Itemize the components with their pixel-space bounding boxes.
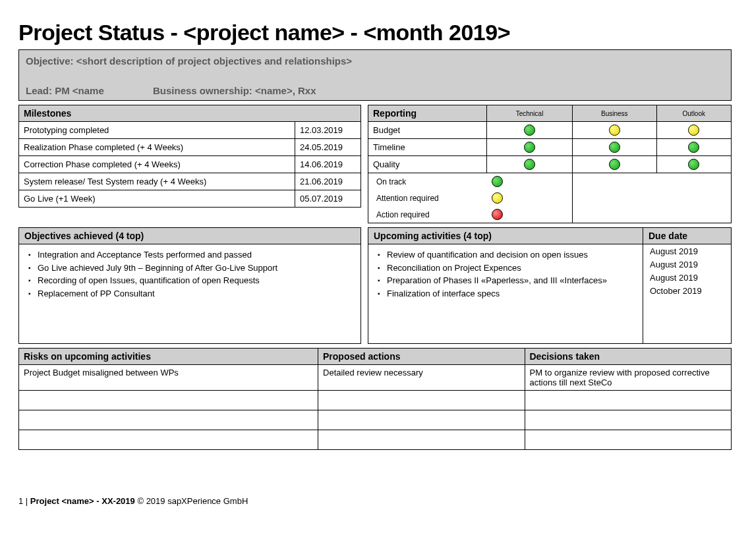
status-dot-icon <box>609 125 620 136</box>
legend-label: Attention required <box>368 190 487 206</box>
reporting-col-outlook: Outlook <box>656 105 731 122</box>
top-info-box: Objective: <short description of project… <box>18 49 732 101</box>
lead-label: Lead: PM <name <box>26 85 104 96</box>
milestone-name: System release/ Test System ready (+ 4 W… <box>19 173 295 190</box>
milestone-date: 24.05.2019 <box>295 139 361 156</box>
milestone-date: 12.03.2019 <box>295 122 361 139</box>
legend-label: Action required <box>368 206 487 223</box>
reporting-row-label: Timeline <box>368 139 487 156</box>
action-cell: Detailed review necessary <box>318 365 525 391</box>
list-item: Finalization of interface specs <box>387 287 636 300</box>
milestone-date: 14.06.2019 <box>295 156 361 173</box>
risks-table: Risks on upcoming activities Proposed ac… <box>18 348 732 450</box>
status-dot-icon <box>524 159 535 170</box>
status-dot-cell <box>487 122 573 139</box>
status-dot-icon <box>688 142 699 153</box>
decision-cell <box>525 410 732 430</box>
reporting-header: Reporting <box>368 105 487 122</box>
status-dot-cell <box>656 139 731 156</box>
legend-blank <box>573 190 732 206</box>
due-date-header: Due date <box>643 228 731 244</box>
risks-header: Risks on upcoming activities <box>19 349 318 365</box>
status-dot-cell <box>656 156 731 173</box>
decisions-taken-header: Decisions taken <box>525 349 732 365</box>
objectives-list: Integration and Acceptance Tests perform… <box>26 248 354 300</box>
status-dot-icon <box>492 176 503 187</box>
due-date-box: Due date August 2019 August 2019 August … <box>643 227 732 344</box>
status-dot-cell <box>656 122 731 139</box>
reporting-row-label: Budget <box>368 122 487 139</box>
risk-cell <box>19 391 318 410</box>
milestones-table: Milestones Prototyping completed12.03.20… <box>18 105 361 208</box>
status-dot-cell <box>573 122 656 139</box>
decision-cell <box>525 391 732 410</box>
status-dot-icon <box>524 142 535 153</box>
decision-cell: PM to organize review with proposed corr… <box>525 365 732 391</box>
legend-dot-cell <box>487 173 573 190</box>
milestones-header: Milestones <box>19 105 361 122</box>
objectives-achieved-header: Objectives achieved (4 top) <box>19 228 361 244</box>
upcoming-activities-box: Upcoming activities (4 top) Review of qu… <box>368 227 643 344</box>
status-dot-icon <box>609 159 620 170</box>
status-dot-cell <box>573 156 656 173</box>
risk-cell <box>19 410 318 430</box>
milestone-name: Go Live (+1 Week) <box>19 190 295 208</box>
objective-text: Objective: <short description of project… <box>26 55 724 67</box>
reporting-table: Reporting Technical Business Outlook Bud… <box>368 105 732 223</box>
legend-dot-cell <box>487 206 573 223</box>
legend-label: On track <box>368 173 487 190</box>
action-cell <box>318 410 525 430</box>
status-dot-icon <box>688 125 699 136</box>
status-dot-cell <box>487 156 573 173</box>
status-dot-icon <box>492 192 503 204</box>
decision-cell <box>525 430 732 450</box>
reporting-row-label: Quality <box>368 156 487 173</box>
due-date-value: August 2019 <box>650 245 724 258</box>
list-item: Review of quantification and decision on… <box>387 248 636 262</box>
risk-cell: Project Budget misaligned between WPs <box>19 365 318 391</box>
status-dot-cell <box>573 139 656 156</box>
list-item: Go Live achieved July 9th – Beginning of… <box>38 262 354 275</box>
page-footer: 1 | Project <name> - XX-2019 © 2019 sapX… <box>18 496 732 506</box>
footer-copyright: © 2019 sapXPerience GmbH <box>135 496 248 506</box>
due-date-value: October 2019 <box>650 285 724 298</box>
status-dot-icon <box>492 209 503 220</box>
milestone-date: 21.06.2019 <box>295 173 361 190</box>
milestone-name: Correction Phase completed (+ 4 Weeks) <box>19 156 295 173</box>
lead-ownership-row: Lead: PM <name Business ownership: <name… <box>26 85 724 96</box>
reporting-col-technical: Technical <box>487 105 573 122</box>
list-item: Integration and Acceptance Tests perform… <box>38 248 354 262</box>
risk-cell <box>19 430 318 450</box>
milestone-name: Realization Phase completed (+ 4 Weeks) <box>19 139 295 156</box>
list-item: Preparation of Phases II «Paperless», an… <box>387 274 636 287</box>
list-item: Reconciliation on Project Expences <box>387 262 636 275</box>
milestone-name: Prototyping completed <box>19 122 295 139</box>
objectives-achieved-box: Objectives achieved (4 top) Integration … <box>18 227 361 344</box>
list-item: Replacement of PP Consultant <box>38 287 354 300</box>
ownership-label: Business ownership: <name>, Rxx <box>153 85 316 96</box>
action-cell <box>318 430 525 450</box>
page-title: Project Status - <project name> - <month… <box>18 20 732 45</box>
status-dot-icon <box>609 142 620 153</box>
milestone-date: 05.07.2019 <box>295 190 361 208</box>
footer-separator: | <box>23 496 30 506</box>
legend-blank <box>573 206 732 223</box>
footer-project: Project <name> - XX-2019 <box>30 496 135 506</box>
status-dot-cell <box>487 139 573 156</box>
upcoming-header: Upcoming activities (4 top) <box>368 228 643 244</box>
legend-dot-cell <box>487 190 573 206</box>
status-dot-icon <box>524 125 535 136</box>
status-dot-icon <box>688 159 699 170</box>
legend-blank <box>573 173 732 190</box>
proposed-actions-header: Proposed actions <box>318 349 525 365</box>
due-date-value: August 2019 <box>650 258 724 271</box>
reporting-col-business: Business <box>573 105 656 122</box>
list-item: Recording of open Issues, quantification… <box>38 274 354 287</box>
due-date-value: August 2019 <box>650 271 724 285</box>
action-cell <box>318 391 525 410</box>
upcoming-list: Review of quantification and decision on… <box>375 248 636 300</box>
